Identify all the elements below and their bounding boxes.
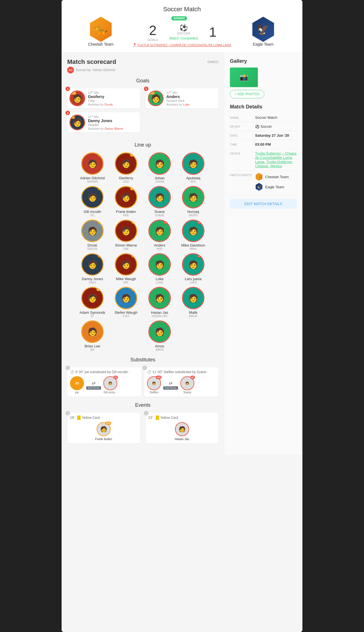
- player-num: 35: [98, 254, 103, 257]
- goal-info: 17th Min Anders Scissor Kick Assisted by…: [166, 90, 216, 106]
- player-code: DANj: [89, 281, 96, 284]
- detail-label: DATE: [230, 133, 255, 137]
- player-avatar-norsaq: 24 🧑: [182, 186, 204, 208]
- venue-link[interactable]: 📍 TUXTLA GUTIERREZ - CHIAPA DE CORZOSATÉ…: [133, 43, 231, 47]
- detail-row-name: NAME Soccer Match: [230, 113, 297, 122]
- goal-assist: Assisted by Simon Warne: [88, 127, 138, 130]
- sub-player-name: Svane: [183, 391, 191, 394]
- detail-row-time: TIME 03:00 PM: [230, 140, 297, 149]
- lineup-grid: 46 🧑 Adrian Gilchrist ADRIAN 236 🧑 Geofe…: [67, 152, 218, 351]
- match-header: Soccer Match 🐆 Cheetah Team WINNER 2 GOA…: [62, 0, 302, 53]
- sub-time: 🕐 9' 00" joe substituted by Gill mcrath …: [70, 370, 139, 374]
- goal-number-1: 1: [66, 87, 70, 91]
- cheetah-goals-label: GOALS: [148, 38, 158, 41]
- scorer-name: Adrian Gilchrist: [92, 68, 115, 72]
- sub-block-1: 1 🕐 9' 00" joe substituted by Gill mcrat…: [67, 367, 141, 397]
- embed-button[interactable]: EMBED: [207, 60, 218, 64]
- player-name: Geoferry: [119, 176, 133, 180]
- goal-item-anders: 1 245 🧑 17th Min Anders Scissor Kick Ass…: [146, 88, 218, 108]
- event-player: 🧑 Hasan Jas: [148, 422, 216, 441]
- winner-badge: WINNER: [171, 16, 187, 20]
- player-avatar-hasan: 31 🧑: [148, 287, 171, 309]
- eagle-team-name: Eagle Team: [253, 42, 274, 47]
- sub-player-name: Gill mcra...: [104, 391, 117, 394]
- goal-type: Chip: [88, 99, 138, 103]
- teams-row: 🐆 Cheetah Team WINNER 2 GOALS ⚽ SOCCER: [67, 16, 297, 47]
- sub-players: 345 🧑 Steffen ⇄ TACTICAL: [147, 376, 216, 394]
- player-num: 46: [98, 153, 103, 157]
- player-name: Anders: [154, 243, 165, 247]
- player-avatar-anders: 245 🧑: [148, 220, 171, 242]
- player-badge: 222: [105, 422, 111, 425]
- cheetah-team-name: Cheetah Team: [88, 42, 114, 47]
- detail-value-sport: ⚽ Soccer: [255, 124, 297, 129]
- sub-arrows-icon: ⇄: [169, 380, 172, 386]
- yellow-card-icon: [77, 415, 81, 420]
- player-card-geoferry: 236 🧑 Geoferry GEO: [111, 152, 141, 183]
- add-photos-button[interactable]: + ADD PHOTOS: [230, 90, 264, 98]
- scored-by: AG Scored by Adrian Gilchrist: [67, 67, 218, 73]
- player-num: 31: [165, 288, 170, 291]
- player-num: 58: [98, 321, 103, 325]
- soccer-ball-icon: ⚽: [179, 24, 188, 32]
- detail-value-name: Soccer Match: [255, 115, 297, 120]
- sport-label: SOCCER: [177, 32, 190, 35]
- detail-value-venue[interactable]: Tuxtla Gutierrez – Chiapa de CorzoSatéli…: [255, 151, 297, 168]
- detail-row-participants: PARTICIPANTS 🐆 Cheetah Team 🦅 Eagle Team: [230, 171, 297, 196]
- goal-assist: Assisted by Drook: [88, 103, 138, 106]
- player-num: 32: [199, 288, 204, 291]
- detail-label: SPORT: [230, 124, 255, 128]
- player-avatar-loke: 23 🧑: [148, 253, 171, 276]
- clock-icon: 🕐: [147, 370, 151, 374]
- detail-row-date: DATE Saturday 27 Jun '20: [230, 131, 297, 140]
- player-name: Mika Davidson: [181, 243, 205, 247]
- player-code: SIM: [123, 247, 129, 250]
- event-avatar-hasan: 🧑: [175, 422, 189, 436]
- player-code: AMOS: [155, 348, 164, 351]
- detail-row-sport: SPORT ⚽ Soccer: [230, 122, 297, 131]
- match-status: Match Completed: [169, 36, 198, 40]
- detail-row-venue: VENUE Tuxtla Gutierrez – Chiapa de Corzo…: [230, 149, 297, 171]
- player-card-mike: 13 🧑 Mike Waugh MIK: [111, 253, 141, 284]
- player-num: 64: [131, 288, 136, 291]
- substitutes-title: Substitutes: [67, 357, 218, 363]
- player-num: 42: [165, 187, 170, 190]
- player-avatar-svane: 42 🧑: [148, 186, 171, 208]
- player-card-johan: 34 🧑 Johan JO9HA: [144, 152, 175, 183]
- player-code: LOKE: [156, 281, 164, 284]
- scorer-avatar: AG: [67, 67, 74, 73]
- player-avatar-danny: 35 🧑: [81, 253, 104, 276]
- tactical-badge: TACTICAL: [163, 386, 178, 390]
- cheetah-team: 🐆 Cheetah Team: [78, 17, 123, 47]
- player-card-aputsiaq: 67 🧑 Aputsiaq APU: [178, 152, 209, 183]
- events-section: Events 1 19' : Yellow Card 222 🧑 Fran: [67, 402, 218, 443]
- detail-label: VENUE: [230, 151, 255, 155]
- player-card-svane: 42 🧑 Svane SVANE: [144, 186, 175, 217]
- event-block-frank: 1 19' : Yellow Card 222 🧑 Frank linden: [67, 413, 140, 443]
- edit-match-details-button[interactable]: EDIT MATCH DETAILS: [230, 199, 297, 209]
- gallery-title: Gallery: [230, 58, 297, 64]
- player-avatar-simon: 34 🧑: [115, 220, 137, 242]
- detail-label: TIME: [230, 142, 255, 146]
- score-row: 2 GOALS ⚽ SOCCER Match Completed 1: [148, 23, 217, 41]
- player-name: Frank linden: [116, 210, 136, 214]
- player-name: Brian Lee: [85, 344, 100, 348]
- cheetah-participant-name: Cheetah Team: [265, 175, 289, 179]
- player-card-adam: 221 🧑 Adam Symonds 67: [77, 287, 108, 318]
- player-card-danny: 35 🧑 Danny Jones DANj: [77, 253, 108, 284]
- player-code: DROOK: [87, 247, 98, 250]
- player-card-spacer2: [178, 320, 209, 351]
- pin-icon: 📍: [133, 43, 137, 47]
- player-avatar-drook: 89 🧑: [81, 220, 104, 242]
- goal-assist: Assisted by Loke: [166, 103, 216, 106]
- player-num: 24: [199, 187, 204, 190]
- goal-player-name: Danny Jones: [88, 118, 138, 123]
- cheetah-goals-col: 1 236 🧑 13th Min Geoferry Chip Assisted …: [67, 88, 140, 136]
- player-name: Mike Waugh: [116, 277, 136, 281]
- player-avatar-stefen: 64 🧑: [115, 287, 137, 309]
- sub-avatar-gill: 23 🧑: [103, 376, 117, 390]
- player-code: HASAN JAS: [152, 315, 167, 318]
- sub-block-2: 1 🕐 11' 00" Steffen substituted by Svane…: [144, 367, 218, 397]
- goal-type: Header: [88, 123, 138, 127]
- player-code: JO9HA: [155, 180, 164, 183]
